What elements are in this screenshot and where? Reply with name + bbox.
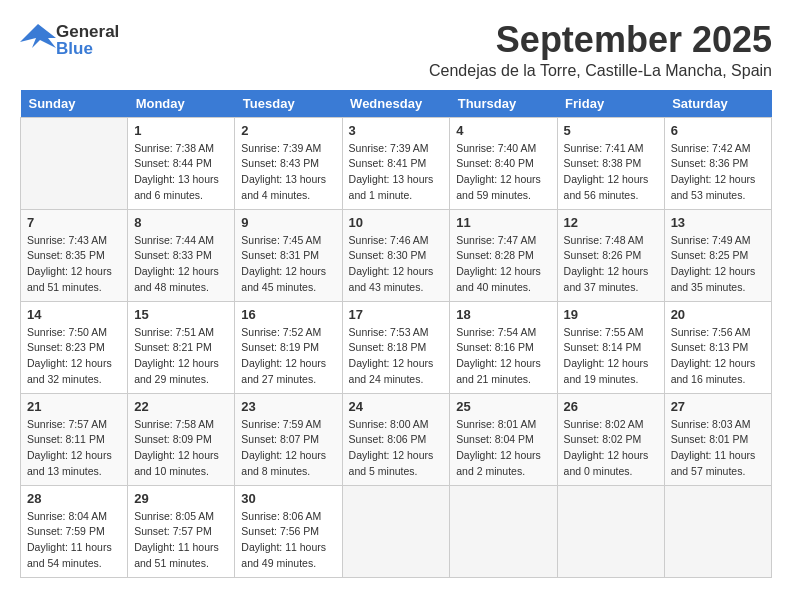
weekday-header-row: SundayMondayTuesdayWednesdayThursdayFrid… — [21, 90, 772, 118]
calendar-cell: 17Sunrise: 7:53 AMSunset: 8:18 PMDayligh… — [342, 301, 450, 393]
calendar-week-4: 28Sunrise: 8:04 AMSunset: 7:59 PMDayligh… — [21, 485, 772, 577]
calendar-cell — [557, 485, 664, 577]
logo-general: General — [56, 23, 119, 40]
day-number: 4 — [456, 123, 550, 138]
day-info: Sunrise: 7:44 AMSunset: 8:33 PMDaylight:… — [134, 233, 228, 296]
day-number: 21 — [27, 399, 121, 414]
day-info: Sunrise: 7:54 AMSunset: 8:16 PMDaylight:… — [456, 325, 550, 388]
day-info: Sunrise: 8:05 AMSunset: 7:57 PMDaylight:… — [134, 509, 228, 572]
calendar-week-3: 21Sunrise: 7:57 AMSunset: 8:11 PMDayligh… — [21, 393, 772, 485]
day-info: Sunrise: 7:41 AMSunset: 8:38 PMDaylight:… — [564, 141, 658, 204]
calendar-cell: 21Sunrise: 7:57 AMSunset: 8:11 PMDayligh… — [21, 393, 128, 485]
calendar-table: SundayMondayTuesdayWednesdayThursdayFrid… — [20, 90, 772, 578]
calendar-cell: 4Sunrise: 7:40 AMSunset: 8:40 PMDaylight… — [450, 117, 557, 209]
calendar-cell: 10Sunrise: 7:46 AMSunset: 8:30 PMDayligh… — [342, 209, 450, 301]
day-info: Sunrise: 8:01 AMSunset: 8:04 PMDaylight:… — [456, 417, 550, 480]
svg-marker-0 — [20, 24, 56, 48]
calendar-cell: 15Sunrise: 7:51 AMSunset: 8:21 PMDayligh… — [128, 301, 235, 393]
calendar-cell: 6Sunrise: 7:42 AMSunset: 8:36 PMDaylight… — [664, 117, 771, 209]
calendar-cell — [342, 485, 450, 577]
day-number: 28 — [27, 491, 121, 506]
logo-blue: Blue — [56, 40, 119, 57]
day-info: Sunrise: 7:39 AMSunset: 8:41 PMDaylight:… — [349, 141, 444, 204]
day-number: 14 — [27, 307, 121, 322]
calendar-cell: 26Sunrise: 8:02 AMSunset: 8:02 PMDayligh… — [557, 393, 664, 485]
calendar-cell: 3Sunrise: 7:39 AMSunset: 8:41 PMDaylight… — [342, 117, 450, 209]
day-info: Sunrise: 7:52 AMSunset: 8:19 PMDaylight:… — [241, 325, 335, 388]
calendar-week-2: 14Sunrise: 7:50 AMSunset: 8:23 PMDayligh… — [21, 301, 772, 393]
calendar-cell: 18Sunrise: 7:54 AMSunset: 8:16 PMDayligh… — [450, 301, 557, 393]
day-number: 17 — [349, 307, 444, 322]
day-number: 9 — [241, 215, 335, 230]
day-info: Sunrise: 7:57 AMSunset: 8:11 PMDaylight:… — [27, 417, 121, 480]
calendar-cell: 29Sunrise: 8:05 AMSunset: 7:57 PMDayligh… — [128, 485, 235, 577]
day-number: 18 — [456, 307, 550, 322]
calendar-week-0: 1Sunrise: 7:38 AMSunset: 8:44 PMDaylight… — [21, 117, 772, 209]
day-number: 11 — [456, 215, 550, 230]
calendar-cell: 24Sunrise: 8:00 AMSunset: 8:06 PMDayligh… — [342, 393, 450, 485]
day-info: Sunrise: 8:00 AMSunset: 8:06 PMDaylight:… — [349, 417, 444, 480]
calendar-cell — [450, 485, 557, 577]
day-number: 3 — [349, 123, 444, 138]
day-info: Sunrise: 7:59 AMSunset: 8:07 PMDaylight:… — [241, 417, 335, 480]
calendar-cell: 7Sunrise: 7:43 AMSunset: 8:35 PMDaylight… — [21, 209, 128, 301]
weekday-header-monday: Monday — [128, 90, 235, 118]
day-number: 20 — [671, 307, 765, 322]
calendar-cell: 25Sunrise: 8:01 AMSunset: 8:04 PMDayligh… — [450, 393, 557, 485]
day-number: 12 — [564, 215, 658, 230]
month-title: September 2025 — [119, 20, 772, 60]
day-info: Sunrise: 8:06 AMSunset: 7:56 PMDaylight:… — [241, 509, 335, 572]
day-number: 6 — [671, 123, 765, 138]
calendar-cell: 19Sunrise: 7:55 AMSunset: 8:14 PMDayligh… — [557, 301, 664, 393]
calendar-cell: 13Sunrise: 7:49 AMSunset: 8:25 PMDayligh… — [664, 209, 771, 301]
weekday-header-wednesday: Wednesday — [342, 90, 450, 118]
day-number: 10 — [349, 215, 444, 230]
title-area: September 2025 Cendejas de la Torre, Cas… — [119, 20, 772, 80]
day-info: Sunrise: 7:53 AMSunset: 8:18 PMDaylight:… — [349, 325, 444, 388]
day-info: Sunrise: 7:38 AMSunset: 8:44 PMDaylight:… — [134, 141, 228, 204]
weekday-header-friday: Friday — [557, 90, 664, 118]
calendar-cell — [21, 117, 128, 209]
day-number: 19 — [564, 307, 658, 322]
day-info: Sunrise: 7:47 AMSunset: 8:28 PMDaylight:… — [456, 233, 550, 296]
day-number: 5 — [564, 123, 658, 138]
day-number: 29 — [134, 491, 228, 506]
calendar-cell: 2Sunrise: 7:39 AMSunset: 8:43 PMDaylight… — [235, 117, 342, 209]
day-info: Sunrise: 7:40 AMSunset: 8:40 PMDaylight:… — [456, 141, 550, 204]
weekday-header-tuesday: Tuesday — [235, 90, 342, 118]
day-info: Sunrise: 8:02 AMSunset: 8:02 PMDaylight:… — [564, 417, 658, 480]
calendar-cell: 16Sunrise: 7:52 AMSunset: 8:19 PMDayligh… — [235, 301, 342, 393]
day-number: 7 — [27, 215, 121, 230]
calendar-cell: 20Sunrise: 7:56 AMSunset: 8:13 PMDayligh… — [664, 301, 771, 393]
day-number: 24 — [349, 399, 444, 414]
day-info: Sunrise: 7:42 AMSunset: 8:36 PMDaylight:… — [671, 141, 765, 204]
day-number: 26 — [564, 399, 658, 414]
day-info: Sunrise: 7:43 AMSunset: 8:35 PMDaylight:… — [27, 233, 121, 296]
day-number: 2 — [241, 123, 335, 138]
day-number: 13 — [671, 215, 765, 230]
day-number: 8 — [134, 215, 228, 230]
day-number: 23 — [241, 399, 335, 414]
day-info: Sunrise: 7:45 AMSunset: 8:31 PMDaylight:… — [241, 233, 335, 296]
day-number: 22 — [134, 399, 228, 414]
calendar-body: 1Sunrise: 7:38 AMSunset: 8:44 PMDaylight… — [21, 117, 772, 577]
calendar-cell: 27Sunrise: 8:03 AMSunset: 8:01 PMDayligh… — [664, 393, 771, 485]
day-number: 25 — [456, 399, 550, 414]
day-info: Sunrise: 7:49 AMSunset: 8:25 PMDaylight:… — [671, 233, 765, 296]
day-info: Sunrise: 7:58 AMSunset: 8:09 PMDaylight:… — [134, 417, 228, 480]
calendar-cell: 28Sunrise: 8:04 AMSunset: 7:59 PMDayligh… — [21, 485, 128, 577]
calendar-week-1: 7Sunrise: 7:43 AMSunset: 8:35 PMDaylight… — [21, 209, 772, 301]
logo-bird-icon — [20, 20, 56, 56]
logo: General Blue — [20, 20, 119, 60]
day-number: 15 — [134, 307, 228, 322]
weekday-header-thursday: Thursday — [450, 90, 557, 118]
day-info: Sunrise: 7:46 AMSunset: 8:30 PMDaylight:… — [349, 233, 444, 296]
day-number: 1 — [134, 123, 228, 138]
day-info: Sunrise: 7:51 AMSunset: 8:21 PMDaylight:… — [134, 325, 228, 388]
day-info: Sunrise: 7:48 AMSunset: 8:26 PMDaylight:… — [564, 233, 658, 296]
day-info: Sunrise: 7:55 AMSunset: 8:14 PMDaylight:… — [564, 325, 658, 388]
calendar-cell: 30Sunrise: 8:06 AMSunset: 7:56 PMDayligh… — [235, 485, 342, 577]
weekday-header-saturday: Saturday — [664, 90, 771, 118]
weekday-header-sunday: Sunday — [21, 90, 128, 118]
day-info: Sunrise: 7:56 AMSunset: 8:13 PMDaylight:… — [671, 325, 765, 388]
